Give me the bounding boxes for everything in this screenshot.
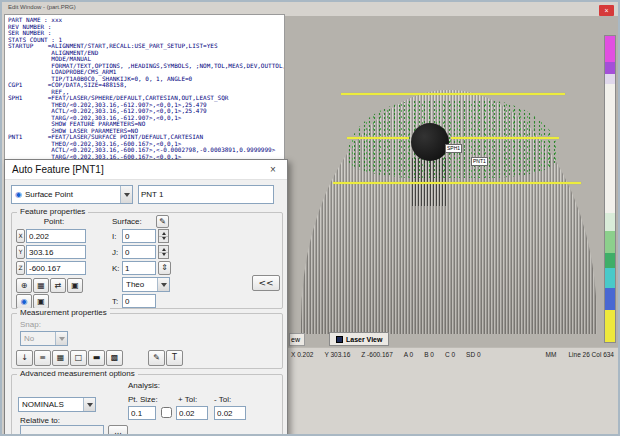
advanced-measurement-options-group: Advanced measurement options NOMINALS Re… — [11, 374, 283, 436]
pnt1-feature-label: PNT1 — [471, 157, 488, 166]
status-units: MM — [546, 351, 557, 358]
relative-to-label: Relative to: — [20, 416, 60, 425]
scan-lines-button[interactable]: ≡ — [34, 350, 51, 366]
minus-tol-field[interactable] — [214, 406, 246, 420]
scan-points-overlay — [347, 100, 559, 178]
hatch-region-button[interactable]: ▩ — [106, 350, 123, 366]
collapse-dialog-button[interactable]: << — [252, 275, 280, 291]
k-flip-vector-button[interactable]: ⇕ — [158, 261, 171, 275]
snap-label: Snap: — [20, 320, 41, 329]
feature-type-select[interactable]: ◉ Surface Point — [11, 185, 133, 204]
snap-select: No — [20, 331, 68, 346]
measure-now-button[interactable]: ◉ — [16, 294, 32, 309]
z-coordinate-field[interactable] — [26, 261, 86, 275]
dialog-title-bar[interactable]: Auto Feature [PNT1] × — [5, 160, 287, 180]
grid-icon: ▦ — [57, 354, 65, 362]
edit-window-code-pane[interactable]: PART NAME : xxxREV NUMBER : SER NUMBER :… — [4, 14, 285, 164]
workplane-button[interactable]: ▣ — [67, 278, 83, 293]
swap-arrows-icon: ⇄ — [55, 282, 62, 290]
i-vector-field[interactable] — [122, 229, 156, 243]
scan-path-line-1 — [341, 93, 565, 95]
relative-to-field — [20, 425, 104, 436]
y-axis-button[interactable]: Y — [16, 245, 25, 259]
draw-region-button[interactable]: ✎ — [148, 350, 165, 366]
status-item: Y 303.16 — [324, 351, 350, 358]
x-axis-button[interactable]: X — [16, 229, 25, 243]
j-vector-field[interactable] — [122, 245, 156, 259]
close-icon: × — [604, 7, 608, 14]
text-label-button[interactable]: T — [166, 350, 183, 366]
group-label: Feature properties — [17, 207, 88, 216]
application-window: Edit Window - (part.PRG) × PART NAME : x… — [0, 0, 620, 436]
group-label: Advanced measurement options — [17, 369, 138, 378]
feature-properties-group: Feature properties Point: X Y Z ⊕ ▦ ⇄ ▣ … — [11, 212, 283, 309]
chevron-down-icon[interactable] — [120, 186, 132, 203]
feature-id-input[interactable] — [138, 185, 274, 204]
flip-vector-button[interactable]: ⇄ — [50, 278, 66, 293]
chevron-down-icon[interactable] — [157, 278, 169, 291]
color-scale — [604, 35, 616, 343]
status-item: X 0.202 — [291, 351, 313, 358]
status-bar: X 0.202Y 303.16Z -600.167A 0B 0C 0SD 0 M… — [285, 347, 620, 360]
tab-label: Laser View — [346, 336, 382, 343]
window-close-button[interactable]: × — [599, 5, 614, 16]
box-icon: □ — [75, 354, 83, 362]
theo-actl-select[interactable]: Theo — [122, 277, 170, 292]
scan-path-line-3 — [333, 182, 581, 184]
analysis-label: Analysis: — [128, 381, 160, 390]
laser-view-canvas[interactable]: SPH1 PNT1 — [285, 16, 620, 347]
sph1-feature-label: SPH1 — [445, 144, 462, 153]
lines-icon: ≡ — [39, 354, 46, 362]
dialog-title: Auto Feature [PNT1] — [12, 164, 266, 175]
laser-view-icon — [336, 336, 343, 343]
probe-path-button[interactable]: ↓ — [16, 350, 33, 366]
status-item: B 0 — [424, 351, 434, 358]
i-spinner[interactable] — [158, 229, 169, 243]
settings-icon: ▣ — [37, 298, 45, 306]
spinner-down-icon[interactable] — [159, 253, 168, 259]
chevron-down-icon[interactable] — [83, 398, 95, 411]
dialog-close-button[interactable]: × — [266, 164, 280, 175]
find-nominals-button[interactable]: ▦ — [33, 278, 49, 293]
window-title: Edit Window - (part.PRG) — [8, 4, 76, 10]
color-scale-segment — [605, 310, 615, 342]
k-vector-field[interactable] — [122, 261, 156, 275]
tolerance-analysis-checkbox[interactable] — [161, 407, 172, 418]
grid-icon: ▦ — [37, 282, 45, 290]
pt-size-label: Pt. Size: — [128, 395, 158, 404]
tab-graphics-view-clipped[interactable]: ew — [289, 333, 305, 346]
pt-size-field[interactable] — [128, 406, 156, 420]
z-axis-button[interactable]: Z — [16, 261, 25, 275]
hatch-icon: ▩ — [111, 354, 119, 362]
surface-vector-edit-button[interactable]: ✎ — [156, 215, 169, 228]
chevron-down-icon — [55, 332, 67, 345]
feature-settings-button[interactable]: ▣ — [33, 294, 49, 309]
j-spinner[interactable] — [158, 245, 169, 259]
band-filter-button[interactable]: ▬ — [88, 350, 105, 366]
t-offset-field[interactable] — [122, 294, 156, 308]
y-coordinate-field[interactable] — [26, 245, 86, 259]
polar-cartesian-icon: ⊕ — [21, 282, 28, 290]
color-scale-segment — [605, 213, 615, 231]
band-icon: ▬ — [93, 354, 101, 362]
close-icon: × — [270, 164, 276, 175]
status-item: A 0 — [404, 351, 413, 358]
spinner-down-icon[interactable] — [159, 237, 168, 243]
status-item: SD 0 — [466, 351, 480, 358]
browse-button[interactable]: ... — [108, 425, 128, 436]
x-coordinate-field[interactable] — [26, 229, 86, 243]
color-scale-segment — [605, 268, 615, 288]
scan-path-line-2-right — [451, 137, 559, 139]
color-scale-segment — [605, 231, 615, 253]
up-down-arrow-icon: ⇕ — [161, 264, 168, 272]
tab-laser-view[interactable]: Laser View — [329, 332, 389, 346]
coordinate-mode-toggle-button[interactable]: ⊕ — [16, 278, 32, 293]
scan-path-line-2-left — [347, 137, 409, 139]
minus-tol-label: - Tol: — [214, 395, 231, 404]
plus-tol-field[interactable] — [176, 406, 208, 420]
nominals-select[interactable]: NOMINALS — [18, 397, 96, 412]
surface-label: Surface: — [112, 217, 142, 226]
bounding-box-button[interactable]: □ — [70, 350, 87, 366]
auto-feature-dialog: Auto Feature [PNT1] × ◉ Surface Point Fe… — [4, 159, 288, 436]
grid-mode-button[interactable]: ▦ — [52, 350, 69, 366]
